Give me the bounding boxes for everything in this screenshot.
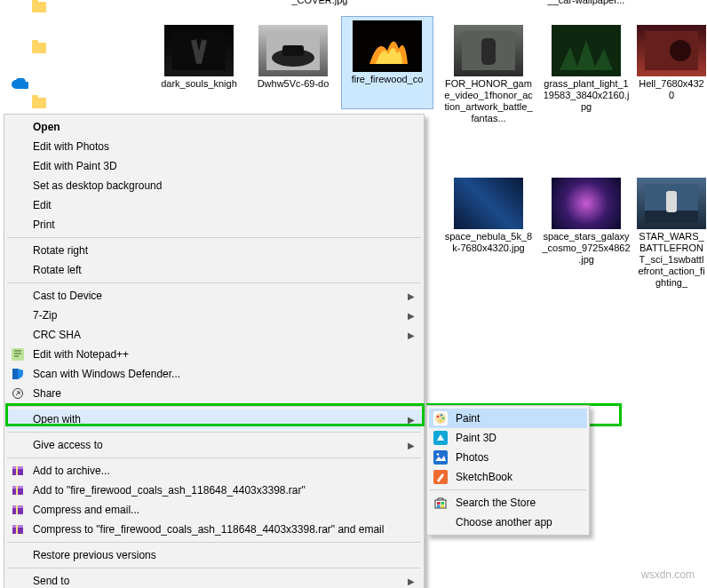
menu-share[interactable]: Share (6, 384, 422, 403)
thumbnail (353, 20, 422, 72)
share-icon (11, 386, 25, 401)
menu-separator (7, 406, 421, 407)
file-item-selected[interactable]: fire_firewood_co (341, 16, 433, 109)
submenu-paint[interactable]: Paint (429, 409, 587, 428)
menu-open-with[interactable]: Open with▶ (6, 409, 422, 429)
file-name: dark_souls_knigh (153, 78, 245, 90)
file-item[interactable]: dark_souls_knigh (153, 25, 245, 90)
image-icon (645, 184, 698, 223)
archive-icon (11, 464, 25, 478)
submenu-choose-another-app[interactable]: Choose another app (429, 513, 587, 532)
shield-icon (11, 367, 25, 381)
svg-point-32 (442, 417, 444, 419)
file-name: fire_firewood_co (346, 74, 429, 85)
svg-rect-27 (16, 525, 18, 534)
svg-rect-0 (172, 31, 226, 70)
paint-icon (433, 411, 448, 425)
chevron-right-icon: ▶ (408, 441, 415, 450)
chevron-right-icon: ▶ (408, 576, 415, 586)
menu-separator (7, 432, 421, 433)
file-item[interactable]: Hell_7680x4320 (636, 25, 707, 101)
sketchbook-icon (433, 470, 448, 484)
archive-icon (11, 522, 25, 536)
file-name: grass_plant_light_119583_3840x2160.jpg (540, 78, 632, 113)
thumbnail (552, 25, 621, 76)
onedrive-cloud-icon[interactable] (11, 78, 25, 91)
openwith-submenu: Paint Paint 3D Photos SketchBook Search … (426, 405, 590, 536)
file-name: Hell_7680x4320 (636, 78, 707, 101)
svg-rect-3 (282, 45, 304, 56)
menu-cast-to-device[interactable]: Cast to Device▶ (6, 286, 422, 306)
chevron-right-icon: ▶ (408, 415, 415, 425)
svg-rect-38 (435, 500, 446, 508)
archive-icon (11, 503, 25, 517)
context-menu: Open Edit with Photos Edit with Paint 3D… (4, 114, 425, 588)
submenu-sketchbook[interactable]: SketchBook (429, 467, 587, 487)
thumbnail (258, 25, 328, 76)
menu-crc-sha[interactable]: CRC SHA▶ (6, 325, 422, 345)
tree-folder-icon[interactable] (32, 98, 46, 110)
menu-separator (430, 489, 586, 490)
menu-edit-with-paint3d[interactable]: Edit with Paint 3D (6, 156, 422, 176)
chevron-right-icon: ▶ (408, 330, 415, 340)
image-icon (172, 31, 226, 70)
image-icon (645, 31, 698, 70)
menu-open[interactable]: Open (6, 117, 422, 137)
menu-compress-to-rar-and-email[interactable]: Compress to "fire_firewood_coals_ash_118… (6, 520, 422, 539)
menu-give-access-to[interactable]: Give access to▶ (6, 435, 422, 455)
menu-add-to-archive[interactable]: Add to archive... (6, 461, 422, 481)
image-icon (266, 31, 320, 70)
menu-send-to[interactable]: Send to▶ (6, 571, 422, 588)
svg-point-30 (437, 416, 439, 417)
svg-rect-35 (433, 450, 448, 465)
svg-rect-6 (481, 38, 496, 65)
photos-icon (433, 450, 448, 465)
image-icon (560, 31, 613, 70)
submenu-photos[interactable]: Photos (429, 448, 587, 467)
file-name: space_stars_galaxy_cosmo_9725x4862.jpg (540, 231, 632, 266)
file-name: Dwhw5Vc-69-do (247, 78, 339, 90)
menu-compress-and-email[interactable]: Compress and email... (6, 500, 422, 520)
file-item[interactable]: STAR_WARS_BATTLEFRONT_sci_1swbattlefront… (636, 178, 707, 289)
menu-scan-defender[interactable]: Scan with Windows Defender... (6, 364, 422, 384)
menu-separator (7, 457, 421, 458)
thumbnail (454, 25, 523, 76)
svg-rect-42 (441, 505, 445, 508)
svg-rect-18 (16, 466, 18, 475)
svg-rect-39 (437, 502, 441, 505)
menu-print[interactable]: Print (6, 215, 422, 234)
menu-rotate-right[interactable]: Rotate right (6, 241, 422, 260)
image-icon (462, 31, 515, 70)
tree-folder-icon[interactable] (32, 43, 46, 55)
menu-rotate-left[interactable]: Rotate left (6, 260, 422, 280)
submenu-search-store[interactable]: Search the Store (429, 493, 587, 513)
menu-edit-with-photos[interactable]: Edit with Photos (6, 137, 422, 156)
menu-edit-with-notepadpp[interactable]: Edit with Notepad++ (6, 345, 422, 364)
file-name-truncated: __car-wallpaper... (533, 0, 639, 5)
menu-set-desktop-background[interactable]: Set as desktop background (6, 176, 422, 195)
file-name: space_nebula_5k_8k-7680x4320.jpg (442, 231, 535, 254)
file-item[interactable]: grass_plant_light_119583_3840x2160.jpg (540, 25, 632, 113)
thumbnail (552, 178, 621, 229)
svg-rect-41 (437, 505, 441, 508)
menu-7zip[interactable]: 7-Zip▶ (6, 306, 422, 325)
file-name-truncated: _COVER.jpg (258, 0, 382, 5)
archive-icon (11, 483, 25, 497)
submenu-paint3d[interactable]: Paint 3D (429, 428, 587, 448)
svg-rect-21 (16, 486, 18, 495)
svg-rect-14 (12, 369, 18, 379)
file-item[interactable]: space_nebula_5k_8k-7680x4320.jpg (442, 178, 535, 254)
menu-separator (7, 568, 421, 568)
file-item[interactable]: FOR_HONOR_game_video_1fhonor_action_artw… (442, 25, 535, 124)
svg-rect-12 (666, 191, 677, 212)
menu-edit[interactable]: Edit (6, 195, 422, 215)
svg-point-31 (441, 414, 442, 416)
tree-folder-icon[interactable] (32, 2, 46, 14)
menu-add-to-rar[interactable]: Add to "fire_firewood_coals_ash_118648_4… (6, 481, 422, 500)
file-item[interactable]: space_stars_galaxy_cosmo_9725x4862.jpg (540, 178, 632, 266)
store-icon (433, 496, 448, 510)
svg-point-9 (670, 40, 691, 61)
file-item[interactable]: Dwhw5Vc-69-do (247, 25, 339, 90)
thumbnail (454, 178, 523, 229)
menu-restore-previous-versions[interactable]: Restore previous versions (6, 545, 422, 565)
